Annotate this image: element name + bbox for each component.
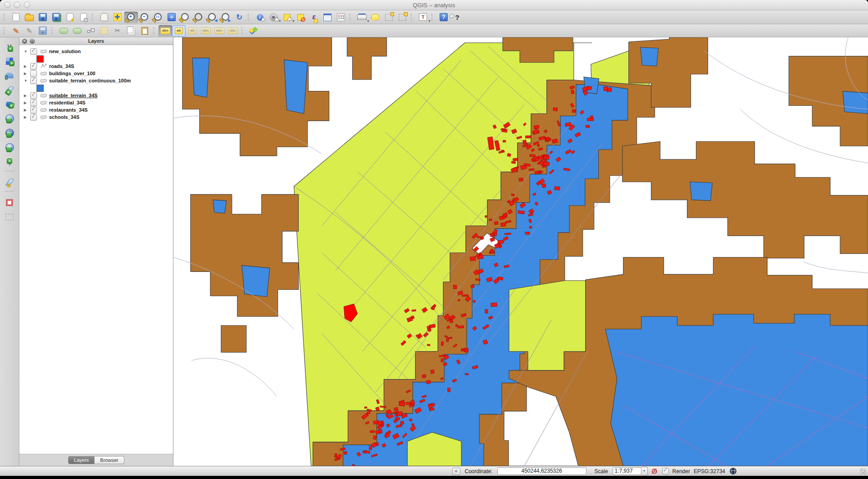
map-refresh-button[interactable]: ↻ <box>232 12 246 23</box>
layer-expand-arrow[interactable]: ▼ <box>24 79 30 83</box>
add-delimited-text-layer-button[interactable]: , <box>3 156 16 167</box>
new-print-composer-button[interactable] <box>63 12 77 23</box>
layer-expand-arrow[interactable]: ▶ <box>24 101 30 105</box>
deselect-features-button[interactable] <box>294 12 307 23</box>
layer-visibility-checkbox[interactable] <box>30 114 37 121</box>
pan-map-button[interactable] <box>97 12 111 23</box>
resize-grip-icon[interactable] <box>860 468 866 474</box>
crs-globe-icon[interactable] <box>730 468 736 474</box>
zoom-in-button[interactable]: + <box>124 12 138 23</box>
add-wfs-layer-button[interactable]: V <box>3 142 16 153</box>
delete-selected-button[interactable] <box>97 25 111 36</box>
new-bookmark-button[interactable] <box>382 12 395 23</box>
add-raster-layer-button[interactable] <box>3 55 16 67</box>
map-tips-button[interactable] <box>368 12 382 23</box>
layer-expand-arrow[interactable]: ▶ <box>24 94 30 98</box>
node-tool-button[interactable] <box>84 25 97 36</box>
layer-labeling-button[interactable]: abc <box>159 25 172 36</box>
zoom-last-button[interactable]: ◀ <box>205 12 219 23</box>
layer-item-roads_34S[interactable]: ▶roads_34S <box>19 63 173 70</box>
layer-expand-arrow[interactable]: ▶ <box>24 108 30 112</box>
zoom-to-selection-button[interactable] <box>178 12 192 23</box>
save-project-button[interactable] <box>36 12 50 23</box>
add-spatialite-layer-button[interactable] <box>3 84 16 95</box>
cut-features-button[interactable]: ✂ <box>111 25 124 36</box>
scale-value[interactable]: 1:7,937 <box>613 467 641 475</box>
layer-visibility-checkbox[interactable] <box>30 77 37 84</box>
zoom-full-extent-button[interactable]: ✛ <box>165 12 178 23</box>
processing-toolbox-button[interactable] <box>247 25 260 36</box>
measure-line-icon <box>357 14 367 20</box>
new-shapefile-layer-icon <box>5 177 14 187</box>
show-bookmarks-button[interactable] <box>395 12 409 23</box>
select-features-button[interactable]: ▾ <box>280 12 294 23</box>
text-annotation-dropdown[interactable]: ▾ <box>428 19 430 23</box>
open-attribute-table-button[interactable] <box>321 12 334 23</box>
label-highlight-button[interactable]: abc <box>199 25 213 36</box>
new-project-button[interactable] <box>9 12 23 23</box>
layer-expand-arrow[interactable]: ▶ <box>24 72 30 76</box>
layer-symbol-swatch[interactable] <box>36 55 44 63</box>
zoom-native-button[interactable]: 1:1 <box>151 12 165 23</box>
pan-to-selection-button[interactable] <box>111 12 124 23</box>
layer-item-buildings_over_100[interactable]: ▶buildings_over_100 <box>19 70 173 77</box>
identify-features-button[interactable]: i <box>253 12 267 23</box>
label-properties-button[interactable]: abc <box>226 25 240 36</box>
tab-browser[interactable]: Browser <box>95 456 124 464</box>
zoom-to-layer-button[interactable] <box>192 12 205 23</box>
add-vector-layer-button[interactable]: V <box>3 41 16 52</box>
zoom-out-button[interactable]: − <box>138 12 151 23</box>
select-by-expression-button[interactable]: ε <box>307 12 321 23</box>
layer-visibility-checkbox[interactable] <box>30 48 37 55</box>
label-selected-button[interactable]: ab <box>172 25 186 36</box>
layer-item-new_solution[interactable]: ▼new_solution <box>19 48 173 55</box>
selection-box-button[interactable] <box>3 211 16 222</box>
add-postgis-layer-button[interactable] <box>3 70 16 81</box>
field-calculator-button[interactable] <box>334 12 348 23</box>
save-project-as-button[interactable] <box>50 12 63 23</box>
measure-line-button[interactable]: ▾ <box>355 12 368 23</box>
extents-toggle-icon[interactable]: ✳ <box>452 468 460 475</box>
zoom-next-button[interactable]: ▶ <box>219 12 232 23</box>
label-move-button[interactable]: abc <box>213 25 226 36</box>
scale-combo[interactable]: 1:7,937 ▼ <box>613 467 648 475</box>
render-checkbox[interactable] <box>662 468 669 474</box>
add-feature-button[interactable] <box>57 25 70 36</box>
tab-layers[interactable]: Layers <box>68 456 95 464</box>
layer-item-schools_34S[interactable]: ▶schools_34S <box>19 113 173 121</box>
whats-this-button[interactable]: ? <box>450 12 464 23</box>
map-canvas[interactable] <box>173 37 868 466</box>
composer-manager-button[interactable] <box>77 12 90 23</box>
stop-rendering-icon[interactable]: ✎ <box>651 468 659 474</box>
remove-layer-button[interactable] <box>3 197 16 208</box>
layer-symbol-swatch[interactable] <box>36 85 44 92</box>
layer-visibility-checkbox[interactable] <box>30 63 37 70</box>
layer-item-residential_34S[interactable]: ▶residential_34S <box>19 99 173 106</box>
add-wms-layer-button[interactable] <box>3 113 16 124</box>
scale-dropdown-arrow[interactable]: ▼ <box>641 467 648 475</box>
add-mssql-layer-button[interactable] <box>3 99 16 110</box>
paste-features-button[interactable] <box>138 25 151 36</box>
label-pin-button[interactable]: ab <box>186 25 199 36</box>
layer-item-suitable_terrain_34S[interactable]: ▶suitable_terrain_34S <box>19 92 173 99</box>
layer-item-suitable_terrain_continuous_100m[interactable]: ▼suitable_terrain_continuous_100m <box>19 77 173 84</box>
layer-item-restaurants_34S[interactable]: ▶restaurants_34S <box>19 106 173 113</box>
run-feature-action-button[interactable]: ✱▾ <box>267 12 280 23</box>
toggle-editing-button[interactable]: ✎ <box>23 25 36 36</box>
select-features-icon <box>284 14 291 21</box>
coordinate-input[interactable]: 450244,6235326 <box>497 467 586 475</box>
open-project-button[interactable] <box>23 12 36 23</box>
move-feature-button[interactable] <box>70 25 84 36</box>
copy-features-button[interactable] <box>124 25 138 36</box>
help-contents-button[interactable]: ? <box>437 12 450 23</box>
layer-expand-arrow[interactable]: ▶ <box>24 115 30 119</box>
polygon-layer-icon <box>40 93 49 98</box>
add-wcs-layer-button[interactable] <box>3 127 16 139</box>
current-edits-button[interactable]: ✎ <box>9 25 23 36</box>
qgis-window: QGIS – analysis +−1:1✛◀▶↻i✱▾▾ε▾T▾?? ✎✎✂a… <box>0 0 868 476</box>
new-shapefile-layer-button[interactable] <box>3 176 16 188</box>
layer-expand-arrow[interactable]: ▼ <box>24 50 30 54</box>
save-layer-edits-button[interactable] <box>36 25 50 36</box>
layer-expand-arrow[interactable]: ▶ <box>24 64 30 68</box>
text-annotation-button[interactable]: T▾ <box>416 12 430 23</box>
